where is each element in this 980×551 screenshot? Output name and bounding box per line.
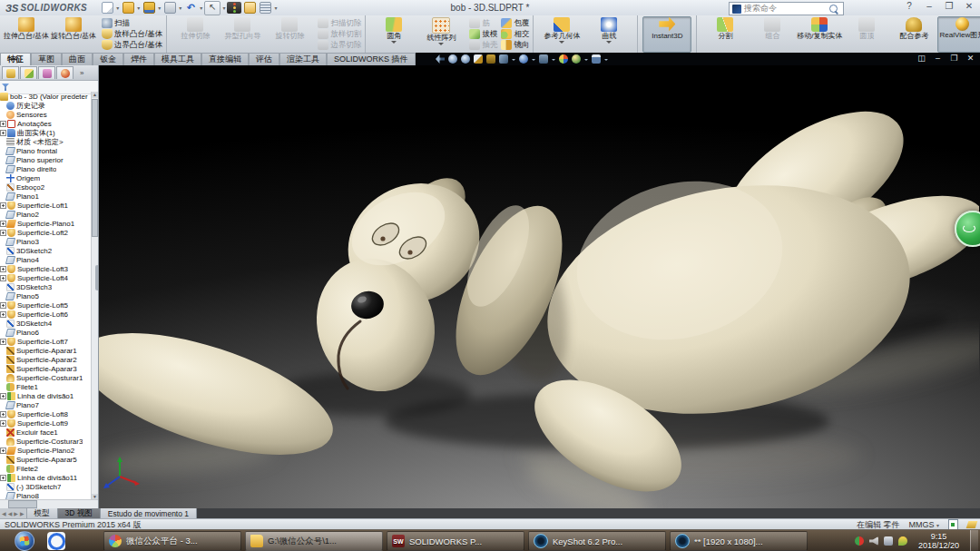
tree-item[interactable]: Superficie-Loft2 — [0, 228, 92, 237]
tree-item[interactable]: 材质 <未指定> — [0, 137, 92, 146]
options-button[interactable] — [258, 2, 272, 15]
tool-boundary-button[interactable]: 边界凸台/基体 — [102, 40, 162, 51]
tree-item[interactable]: 3DSketch3 — [0, 282, 92, 291]
tree-item[interactable]: Superficie-Plano1 — [0, 219, 92, 228]
taskbar-button[interactable]: 微信公众平台 - 3... — [103, 531, 241, 551]
units-selector[interactable]: MMGS ▾ — [908, 520, 939, 529]
tree-item[interactable]: Excluir face1 — [0, 428, 92, 437]
start-button[interactable] — [15, 531, 34, 551]
pinned-app-icon[interactable] — [47, 532, 65, 550]
caret-icon[interactable] — [532, 59, 535, 63]
tool-movecopy-button[interactable]: 移动/复制实体 — [796, 17, 843, 52]
tree-item[interactable]: Superficie-Loft3 — [0, 264, 92, 273]
expand-plus-icon[interactable] — [0, 393, 6, 399]
tool-curve-button[interactable]: 曲线 — [585, 17, 632, 52]
tool-realview-button[interactable]: RealView图形 — [937, 16, 980, 53]
orient-view-icon[interactable] — [499, 54, 508, 64]
caret-icon[interactable]: ▾ — [274, 5, 277, 11]
ribbon-tab-草图[interactable]: 草图 — [31, 53, 62, 65]
scroll-up-icon[interactable]: ▲ — [92, 92, 98, 98]
help-button[interactable]: ? — [902, 1, 916, 13]
scrollbar-thumb[interactable] — [8, 500, 37, 508]
minimize-document-button[interactable]: – — [932, 53, 944, 64]
hideshow-view-icon[interactable] — [539, 54, 548, 64]
taskbar-button[interactable]: KeyShot 6.2 Pro... — [528, 531, 666, 551]
ribbon-tab-直接编辑[interactable]: 直接编辑 — [201, 53, 249, 65]
tool-sweep-button[interactable]: 扫描 — [102, 18, 130, 29]
ribbon-tab-评估[interactable]: 评估 — [249, 53, 279, 65]
ribbon-tab-曲面[interactable]: 曲面 — [62, 53, 93, 65]
ribbon-tab-模具工具[interactable]: 模具工具 — [154, 53, 201, 65]
tree-item[interactable]: Superficie-Loft8 — [0, 409, 92, 418]
expand-plus-icon[interactable] — [0, 221, 6, 227]
tree-item[interactable]: Superficie-Loft6 — [0, 310, 92, 319]
caret-icon[interactable] — [512, 59, 515, 63]
expand-plus-icon[interactable] — [0, 266, 6, 272]
tree-item[interactable]: Sensores — [0, 110, 92, 119]
file-properties-button[interactable] — [242, 2, 257, 15]
expand-plus-icon[interactable] — [0, 275, 6, 281]
expand-plus-icon[interactable] — [0, 202, 6, 209]
caret-icon[interactable]: ▾ — [137, 5, 140, 11]
tree-item[interactable]: Superficie-Loft7 — [0, 337, 92, 346]
expand-plus-icon[interactable] — [0, 230, 6, 236]
show-desktop-button[interactable] — [970, 530, 978, 551]
tool-loft-button[interactable]: 放样凸台/基体 — [102, 29, 162, 40]
tree-item[interactable]: 曲面实体(1) — [0, 128, 92, 137]
caret-icon[interactable]: ▾ — [116, 5, 119, 11]
tree-item[interactable]: Superficie-Loft5 — [0, 300, 92, 310]
tab-displaymanager[interactable] — [56, 66, 74, 79]
caret-icon[interactable] — [604, 59, 608, 63]
ribbon-tab-焊件[interactable]: 焊件 — [123, 53, 154, 65]
tree-item[interactable]: 3DSketch4 — [0, 319, 92, 328]
zoomfit-view-icon[interactable] — [448, 54, 457, 64]
tree-item[interactable]: Linha de divisão1 — [0, 391, 92, 400]
tool-split-button[interactable]: 分割 — [701, 17, 749, 52]
tree-item[interactable]: Superficie-Loft1 — [0, 201, 92, 210]
search-commands-box[interactable]: 搜索命令 — [729, 2, 844, 15]
tool-refgeo-button[interactable]: 参考几何体 — [538, 17, 585, 52]
open-button[interactable] — [121, 2, 135, 15]
tree-item[interactable]: (-) 3DSketch7 — [0, 482, 92, 491]
section-view-icon[interactable] — [474, 54, 483, 64]
tool-fillet-button[interactable]: 圆角 — [370, 17, 417, 52]
caret-icon[interactable]: ▾ — [222, 5, 225, 11]
tree-item[interactable]: Superficie-Loft9 — [0, 418, 92, 428]
graphics-viewport[interactable] — [99, 65, 980, 508]
tool-materef-button[interactable]: 配合参考 — [890, 17, 937, 52]
taskbar-button[interactable]: SWSOLIDWORKS P... — [387, 531, 524, 551]
tool-wrap-button[interactable]: 包覆 — [501, 18, 529, 29]
tree-item[interactable]: Plano1 — [0, 192, 92, 201]
tool-mirror-button[interactable]: 镜向 — [501, 40, 529, 51]
scrollbar-thumb[interactable] — [92, 99, 98, 237]
viewsel-view-icon[interactable] — [486, 54, 495, 64]
appearance-view-icon[interactable] — [559, 54, 568, 64]
tree-item[interactable]: Linha de divisão11 — [0, 473, 92, 482]
expand-plus-icon[interactable] — [0, 475, 6, 481]
tag-icon[interactable] — [966, 521, 978, 528]
select-button[interactable]: ↖ — [204, 1, 220, 15]
tree-item[interactable]: 3DSketch2 — [0, 246, 92, 255]
tree-item[interactable]: Superficie-Aparar1 — [0, 346, 92, 355]
document-tab-模型[interactable]: 模型 — [27, 508, 58, 518]
tree-item[interactable]: Filete2 — [0, 464, 92, 473]
tree-item[interactable]: Esboço2 — [0, 182, 92, 192]
ribbon-tab-渲染工具[interactable]: 渲染工具 — [279, 53, 327, 65]
next-tab-icon[interactable]: ▶ — [14, 510, 18, 517]
tree-horizontal-scrollbar[interactable] — [0, 499, 98, 508]
tree-item[interactable]: Plano4 — [0, 255, 92, 264]
caret-icon[interactable]: ▾ — [179, 5, 181, 11]
undo-button[interactable]: ↶ — [183, 2, 198, 15]
scene-view-icon[interactable] — [572, 54, 581, 64]
expand-plus-icon[interactable] — [0, 302, 6, 309]
tree-item[interactable]: Superficie-Costurar3 — [0, 437, 92, 446]
prev-view-icon[interactable] — [436, 54, 445, 64]
caret-icon[interactable] — [584, 59, 588, 63]
expand-plus-icon[interactable] — [0, 411, 6, 418]
tree-item[interactable]: Plano7 — [0, 400, 92, 409]
tree-item[interactable]: Plano5 — [0, 291, 92, 300]
minimize-button[interactable]: – — [922, 1, 936, 13]
tab-configurationmanager[interactable] — [38, 66, 55, 79]
tree-item[interactable]: Plano frontal — [0, 146, 92, 155]
tree-item[interactable]: Plano3 — [0, 237, 92, 246]
